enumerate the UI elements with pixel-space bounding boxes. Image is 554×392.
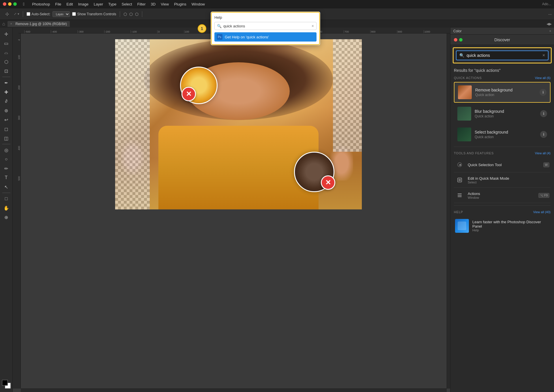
- auto-select-dropdown[interactable]: Layer: [53, 11, 70, 17]
- dodge-tool[interactable]: ○: [2, 155, 11, 163]
- quick-mask-name: Edit in Quick Mask Mode: [468, 176, 549, 181]
- help-result-text: Get Help on 'quick actions': [225, 35, 269, 39]
- view-all-help[interactable]: View all (40): [533, 210, 551, 214]
- align-center-icon[interactable]: ⬡: [129, 12, 133, 16]
- discover-search-input[interactable]: [467, 53, 540, 58]
- quick-selection-tool[interactable]: ⬡: [2, 58, 11, 66]
- path-selection-tool[interactable]: ↖: [2, 183, 11, 191]
- select-background-info: Select background Quick action: [475, 130, 537, 139]
- blur-tool[interactable]: ◎: [2, 146, 11, 154]
- discover-panel-help-name: Learn faster with the Photoshop Discover…: [472, 220, 549, 228]
- help-result-item[interactable]: Ps Get Help on 'quick actions': [214, 32, 317, 42]
- menu-file[interactable]: File: [55, 2, 61, 6]
- discover-titlebar: Discover: [450, 35, 554, 45]
- select-background-card[interactable]: Select background Quick action ℹ: [454, 125, 551, 144]
- maximize-button[interactable]: [13, 2, 17, 6]
- tool-separator-2: [2, 144, 10, 144]
- zoom-tool[interactable]: ⊕: [2, 213, 11, 221]
- minimize-button[interactable]: [8, 2, 12, 6]
- blur-background-name: Blur background: [475, 109, 537, 114]
- select-background-name: Select background: [475, 130, 537, 134]
- horizontal-scrollbar[interactable]: [21, 389, 447, 392]
- color-swatches[interactable]: [2, 380, 11, 389]
- crop-tool[interactable]: ⊡: [2, 67, 11, 75]
- left-toolbar: ✛ ▭ ⌓ ⬡ ⊡ ✒ ✚ ∂ ⊛ ↩ ◻ ◫ ◎ ○ ✏ T ↖ □ ✋ ⊕: [0, 28, 13, 392]
- more-options-icon[interactable]: ···: [548, 12, 552, 16]
- adobe-label: Ado...: [542, 2, 551, 6]
- foreground-color[interactable]: [2, 380, 8, 386]
- discover-close[interactable]: [454, 38, 457, 42]
- view-all-quick-actions[interactable]: View all (6): [535, 76, 551, 80]
- gradient-tool[interactable]: ◫: [2, 134, 11, 142]
- discover-panel-help-info: Learn faster with the Photoshop Discover…: [472, 220, 549, 232]
- eyedropper-tool[interactable]: ✒: [2, 79, 11, 87]
- canvas-area: -500 -400 -300 -200 -100 0 100 200 300 4…: [13, 28, 450, 392]
- pen-tool[interactable]: ✏: [2, 164, 11, 172]
- view-all-tools[interactable]: View all (4): [535, 151, 551, 155]
- menu-image[interactable]: Image: [78, 2, 89, 6]
- search-clear-button[interactable]: ×: [542, 53, 545, 58]
- selection-tool[interactable]: ▭: [2, 39, 11, 47]
- clone-tool[interactable]: ⊛: [2, 106, 11, 115]
- ruler-tick: -100: [131, 30, 157, 33]
- menu-plugins[interactable]: Plugins: [174, 2, 186, 6]
- separator-3: [142, 11, 142, 17]
- quick-mask-mode-item[interactable]: Edit in Quick Mask Mode Select: [454, 172, 551, 188]
- vertical-scrollbar[interactable]: [447, 33, 450, 389]
- help-popup-title: Help: [214, 15, 317, 20]
- menu-photoshop[interactable]: Photoshop: [32, 2, 50, 6]
- remove-background-info: Remove background Quick action: [475, 88, 536, 97]
- quick-selection-tool-item[interactable]: Quick Selection Tool W: [454, 157, 551, 172]
- discover-panel-help-item[interactable]: Learn faster with the Photoshop Discover…: [454, 216, 551, 236]
- move-tool[interactable]: ✛: [2, 30, 11, 38]
- discover-maximize[interactable]: [459, 38, 463, 42]
- menu-window[interactable]: Window: [192, 2, 205, 6]
- section-divider-1: [454, 147, 551, 147]
- close-button[interactable]: [3, 2, 6, 6]
- brush-tool[interactable]: ∂: [2, 97, 11, 105]
- menu-type[interactable]: Type: [108, 2, 116, 6]
- eraser-tool[interactable]: ◻: [2, 125, 11, 133]
- ruler-tick: 0: [157, 30, 184, 33]
- menu-edit[interactable]: Edit: [66, 2, 73, 6]
- actions-item[interactable]: Actions Window ⌥ F9: [454, 188, 551, 203]
- quick-mask-info: Edit in Quick Mask Mode Select: [468, 176, 549, 184]
- help-search-input[interactable]: [223, 24, 310, 28]
- shape-tool[interactable]: □: [2, 195, 11, 203]
- menu-3d[interactable]: 3D: [151, 2, 156, 6]
- lasso-tool[interactable]: ⌓: [2, 48, 11, 57]
- tab-close-button[interactable]: ×: [10, 22, 12, 25]
- history-brush[interactable]: ↩: [2, 116, 11, 124]
- menu-select[interactable]: Select: [122, 2, 132, 6]
- transform-controls-label: Show Transform Controls: [72, 12, 116, 16]
- menu-layer[interactable]: Layer: [94, 2, 103, 6]
- healing-tool[interactable]: ✚: [2, 88, 11, 96]
- transform-controls-checkbox[interactable]: [72, 12, 76, 16]
- separator-2: [120, 11, 120, 17]
- apple-icon: : [23, 2, 25, 6]
- move-tool-dropdown[interactable]: ▾: [18, 12, 19, 16]
- auto-select-checkbox[interactable]: [27, 12, 30, 16]
- quick-selection-tool-info: Quick Selection Tool: [468, 163, 540, 167]
- align-left-icon[interactable]: ⬡: [123, 12, 127, 16]
- svg-rect-5: [458, 196, 462, 197]
- blur-background-card[interactable]: Blur background Quick action ℹ: [454, 104, 551, 123]
- panel-arrows-icon[interactable]: ◀▶: [546, 22, 552, 26]
- remove-background-info-button[interactable]: ℹ: [540, 89, 546, 96]
- menu-view[interactable]: View: [161, 2, 169, 6]
- align-right-icon[interactable]: ⬡: [135, 12, 138, 16]
- search-icon: 🔍: [459, 53, 464, 58]
- type-tool[interactable]: T: [2, 174, 11, 182]
- discover-results: Results for "quick actions" QUICK ACTION…: [450, 66, 554, 392]
- menu-filter[interactable]: Filter: [137, 2, 146, 6]
- hand-tool[interactable]: ✋: [2, 204, 11, 212]
- panel-collapse-icon[interactable]: ≡: [549, 29, 551, 33]
- help-clear-button[interactable]: ×: [312, 24, 314, 28]
- error-marker-top: ✕: [181, 87, 196, 101]
- home-icon[interactable]: ⌂: [2, 21, 5, 27]
- move-tool-icon[interactable]: ⊹: [2, 10, 12, 18]
- select-background-thumb: [457, 127, 471, 141]
- select-background-info-button[interactable]: ℹ: [540, 131, 547, 138]
- remove-background-card[interactable]: Remove background Quick action ℹ 3: [454, 82, 551, 103]
- blur-background-info-button[interactable]: ℹ: [540, 110, 547, 117]
